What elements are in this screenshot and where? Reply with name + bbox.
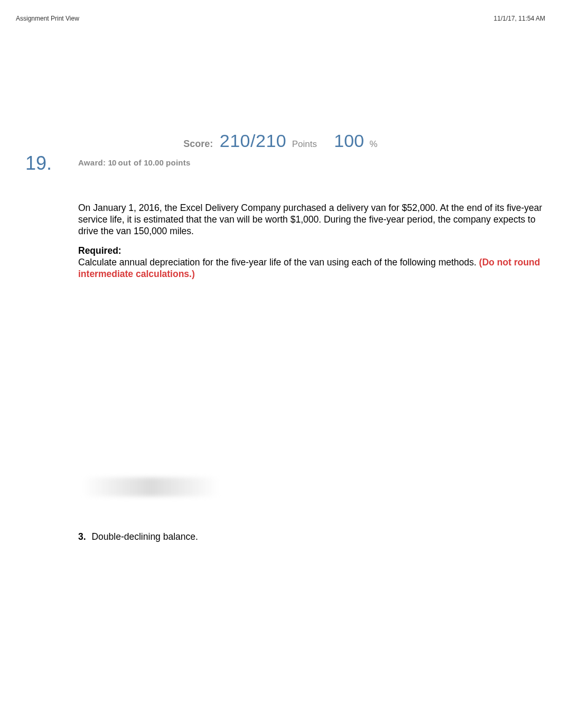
required-instruction: Calculate annual depreciation for the fi… <box>78 257 476 268</box>
subquestion-3-number: 3. <box>78 531 86 542</box>
header-right-timestamp: 11/1/17, 11:54 AM <box>494 15 545 22</box>
question-body-paragraph: On January 1, 2016, the Excel Delivery C… <box>78 202 551 237</box>
percent-label: % <box>370 139 378 149</box>
blurred-content-placeholder <box>82 477 219 496</box>
score-label: Score: <box>183 139 213 149</box>
score-summary: Score: 210/210 Points 100 % <box>0 131 561 151</box>
required-section: Required: Calculate annual depreciation … <box>78 245 551 280</box>
percent-value: 100 <box>334 131 364 151</box>
award-out-of: out of <box>118 158 142 167</box>
score-value: 210/210 <box>220 131 286 151</box>
question-number: 19. <box>25 152 52 174</box>
required-label: Required: <box>78 245 121 256</box>
subquestion-3: 3. Double-declining balance. <box>78 531 198 542</box>
subquestion-3-text: Double-declining balance. <box>91 531 198 542</box>
award-line: Award: 10 out of 10.00 points <box>78 158 191 167</box>
award-points-label: points <box>166 158 191 167</box>
award-earned-points: 10 <box>108 158 116 167</box>
award-total-points: 10.00 <box>144 158 164 167</box>
header-left-text: Assignment Print View <box>16 15 79 22</box>
award-label: Award: <box>78 158 106 167</box>
points-label: Points <box>292 139 317 149</box>
